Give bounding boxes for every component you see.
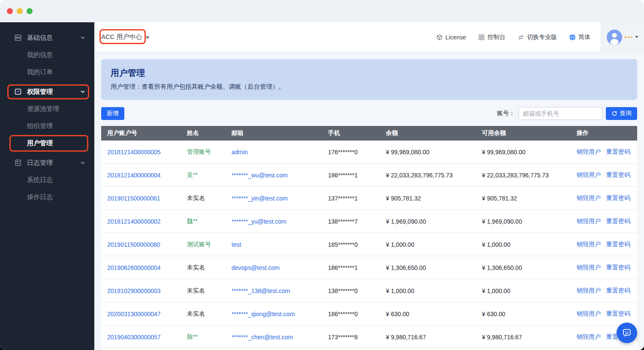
- add-user-button[interactable]: 新增: [101, 107, 124, 120]
- reset-password-link[interactable]: 重置密码: [606, 264, 630, 271]
- phone-number: 186*******0: [328, 311, 358, 317]
- email-link[interactable]: *******_qiong@test.com: [232, 311, 295, 317]
- destroy-user-link[interactable]: 销毁用户: [577, 264, 601, 271]
- close-button[interactable]: [7, 8, 13, 14]
- phone-number: 137*******1: [328, 195, 358, 202]
- account-id-link[interactable]: 2019062600000004: [107, 264, 161, 271]
- window-controls: [7, 8, 33, 14]
- account-id-link[interactable]: 2018121400000005: [107, 149, 161, 156]
- available-balance-value: ¥ 9,980,716.67: [482, 334, 522, 341]
- chevron-down-icon: [80, 35, 86, 41]
- email-link[interactable]: *******_wu@test.com: [232, 172, 288, 179]
- sidebar-item-my-info[interactable]: 我的信息: [0, 46, 94, 63]
- phone-number: 138*******0: [328, 287, 358, 294]
- table-row: 2019011500000080 测试账号 test 185*******0 ¥…: [101, 233, 637, 256]
- available-balance-value: ¥ 22,033,283,796,775.73: [482, 172, 549, 179]
- ellipsis-icon: [625, 36, 632, 38]
- user-name: 陈**: [187, 333, 198, 340]
- destroy-user-link[interactable]: 销毁用户: [577, 333, 601, 340]
- globe-icon: [569, 34, 576, 41]
- balance-value: ¥ 905,781.32: [386, 195, 421, 202]
- account-id-link[interactable]: 2019040300000057: [107, 334, 161, 341]
- swap-icon: [518, 34, 524, 41]
- table-toolbar: 新增 账号： 查询: [101, 107, 637, 120]
- app-window: 基础信息 我的信息 我的订单 权限管理 资源池管理 组织管理 用户管理: [0, 0, 644, 350]
- switch-pro-link[interactable]: 切换专业版: [518, 33, 557, 41]
- user-name: 吴**: [187, 171, 198, 178]
- destroy-user-link[interactable]: 销毁用户: [577, 218, 601, 224]
- search-button[interactable]: 查询: [606, 107, 637, 120]
- sidebar-item-organization-mgmt[interactable]: 组织管理: [0, 117, 94, 135]
- account-id-link[interactable]: 2019102900000003: [107, 287, 161, 294]
- account-id-link[interactable]: 2018121400000004: [107, 172, 161, 179]
- reset-password-link[interactable]: 重置密码: [606, 310, 630, 317]
- email-link[interactable]: admin: [232, 149, 248, 156]
- reset-password-link[interactable]: 重置密码: [606, 194, 630, 201]
- available-balance-value: ¥ 1,000.00: [482, 287, 510, 294]
- sidebar-item-resource-pool-mgmt[interactable]: 资源池管理: [0, 100, 94, 117]
- balance-value: ¥ 1,306,650.00: [386, 264, 426, 271]
- language-link[interactable]: 简体: [569, 33, 590, 41]
- account-id-link[interactable]: 2019011500000061: [107, 195, 160, 202]
- sidebar-group-log-mgmt[interactable]: 日志管理: [0, 154, 94, 171]
- email-link[interactable]: *******_138@test.com: [232, 287, 290, 294]
- phone-number: 176*******0: [328, 149, 358, 156]
- column-header-available-balance: 可用余额: [476, 126, 571, 141]
- sidebar-item-system-log[interactable]: 系统日志: [0, 171, 94, 188]
- user-name: 未实名: [187, 264, 205, 271]
- destroy-user-link[interactable]: 销毁用户: [577, 310, 601, 317]
- user-name: 未实名: [187, 194, 205, 201]
- user-name: 管理账号: [187, 148, 211, 155]
- grid-icon: [478, 34, 485, 41]
- refresh-icon: [611, 111, 617, 117]
- log-file-icon: [14, 159, 22, 167]
- account-search-label: 账号：: [497, 110, 515, 117]
- reset-password-link[interactable]: 重置密码: [606, 218, 630, 224]
- chevron-down-icon: [80, 89, 86, 95]
- sidebar-item-operation-log[interactable]: 操作日志: [0, 188, 94, 206]
- package-icon: [436, 34, 443, 41]
- sidebar-group-permission-mgmt[interactable]: 权限管理: [0, 83, 94, 100]
- reset-password-link[interactable]: 重置密码: [606, 171, 630, 178]
- email-link[interactable]: *******_yu@test.com: [232, 218, 286, 225]
- license-link[interactable]: License: [436, 34, 466, 41]
- destroy-user-link[interactable]: 销毁用户: [577, 241, 601, 248]
- phone-number: 186*******1: [328, 172, 358, 179]
- sidebar-menu: 基础信息 我的信息 我的订单 权限管理 资源池管理 组织管理 用户管理: [0, 29, 94, 206]
- archive-box-icon: [14, 88, 22, 96]
- caret-down-icon: [145, 36, 150, 39]
- reset-password-link[interactable]: 重置密码: [606, 241, 630, 248]
- destroy-user-link[interactable]: 销毁用户: [577, 171, 601, 178]
- caret-down-icon: [635, 36, 638, 38]
- sidebar-group-label: 权限管理: [27, 88, 53, 96]
- account-id-link[interactable]: 2019011500000080: [107, 241, 160, 248]
- top-navbar: ACC 用户中心 License 控制台: [94, 22, 644, 52]
- destroy-user-link[interactable]: 销毁用户: [577, 194, 601, 201]
- destroy-user-link[interactable]: 销毁用户: [577, 148, 601, 155]
- support-chat-button[interactable]: [617, 323, 637, 343]
- user-menu[interactable]: [601, 22, 644, 52]
- sidebar-group-basic-info[interactable]: 基础信息: [0, 29, 94, 46]
- table-row: 2018121400000002 魏** *******_yu@test.com…: [101, 210, 637, 233]
- reset-password-link[interactable]: 重置密码: [606, 287, 630, 294]
- account-search-input[interactable]: [518, 107, 603, 120]
- available-balance-value: ¥ 1,306,650.00: [482, 264, 522, 271]
- maximize-button[interactable]: [27, 8, 33, 14]
- account-id-link[interactable]: 2018121400000002: [107, 218, 161, 225]
- console-link[interactable]: 控制台: [478, 33, 506, 41]
- email-link[interactable]: *******_yin@test.com: [232, 195, 288, 202]
- email-link[interactable]: test: [232, 241, 241, 248]
- column-header-name: 姓名: [181, 126, 226, 141]
- email-link[interactable]: *******_chen@test.com: [232, 334, 293, 341]
- email-link[interactable]: devops@test.com: [232, 264, 280, 271]
- sidebar-item-my-orders[interactable]: 我的订单: [0, 63, 94, 81]
- account-id-link[interactable]: 2020031300000047: [107, 311, 161, 317]
- minimize-button[interactable]: [17, 8, 23, 14]
- avatar[interactable]: [607, 30, 622, 45]
- sidebar-item-user-mgmt[interactable]: 用户管理: [0, 135, 94, 152]
- destroy-user-link[interactable]: 销毁用户: [577, 287, 601, 294]
- table-row: 2018121400000004 吴** *******_wu@test.com…: [101, 164, 637, 187]
- app-switcher-dropdown[interactable]: ACC 用户中心: [101, 33, 150, 41]
- page-description: 用户管理：查看所有用户包括其账户余额、调账（后台管理）。: [111, 83, 628, 91]
- reset-password-link[interactable]: 重置密码: [606, 148, 630, 155]
